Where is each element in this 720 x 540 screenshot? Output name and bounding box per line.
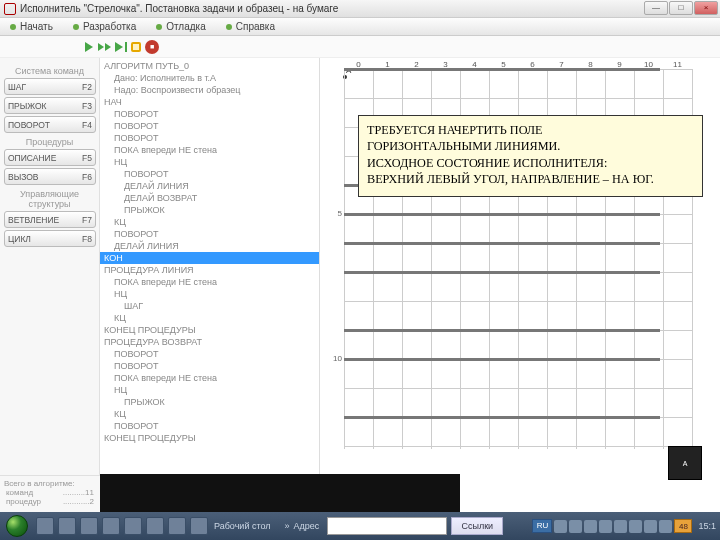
- code-line[interactable]: ДЕЛАЙ ЛИНИЯ: [100, 180, 319, 192]
- task-note: ТРЕБУЕТСЯ НАЧЕРТИТЬ ПОЛЕ ГОРИЗОНТАЛЬНЫМИ…: [358, 115, 703, 197]
- code-line[interactable]: ПРЫЖОК: [100, 204, 319, 216]
- code-line[interactable]: КОНЕЦ ПРОЦЕДУРЫ: [100, 324, 319, 336]
- code-line[interactable]: НЦ: [100, 288, 319, 300]
- step-icon[interactable]: [115, 42, 127, 52]
- code-line[interactable]: ПОВОРОТ: [100, 420, 319, 432]
- maximize-button[interactable]: □: [669, 1, 693, 15]
- code-line[interactable]: НЦ: [100, 384, 319, 396]
- taskbar-app-icon[interactable]: [102, 517, 120, 535]
- play-icon[interactable]: [85, 42, 93, 52]
- code-line[interactable]: ПРОЦЕДУРА ВОЗВРАТ: [100, 336, 319, 348]
- code-line[interactable]: ПОВОРОТ: [100, 228, 319, 240]
- code-line[interactable]: ПОКА впереди НЕ стена: [100, 144, 319, 156]
- command-panel: Система команд ШАГF2 ПРЫЖОКF3 ПОВОРОТF4 …: [0, 58, 100, 488]
- close-button[interactable]: ×: [694, 1, 718, 15]
- tray-icon[interactable]: [584, 520, 597, 533]
- code-line[interactable]: АЛГОРИТМ ПУТЬ_0: [100, 60, 319, 72]
- code-line[interactable]: ДЕЛАЙ ЛИНИЯ: [100, 240, 319, 252]
- btn-opisanie[interactable]: ОПИСАНИЕF5: [4, 149, 96, 166]
- code-line[interactable]: ПОКА впереди НЕ стена: [100, 372, 319, 384]
- section-procedures: Процедуры: [4, 137, 95, 147]
- code-line[interactable]: ПОКА впереди НЕ стена: [100, 276, 319, 288]
- code-editor[interactable]: АЛГОРИТМ ПУТЬ_0Дано: Исполнитель в т.АНа…: [100, 58, 320, 488]
- lang-indicator[interactable]: RU: [532, 519, 552, 533]
- taskbar: Рабочий стол » Адрес Ссылки RU 48 15:1: [0, 512, 720, 540]
- btn-cikl[interactable]: ЦИКЛF8: [4, 230, 96, 247]
- row-label: 5: [328, 209, 342, 218]
- menu-help[interactable]: Справка: [226, 21, 275, 32]
- tray-icon[interactable]: [644, 520, 657, 533]
- code-line[interactable]: Дано: Исполнитель в т.А: [100, 72, 319, 84]
- btn-vyzov[interactable]: ВЫЗОВF6: [4, 168, 96, 185]
- address-label: Адрес: [294, 521, 320, 531]
- tray-icon[interactable]: [629, 520, 642, 533]
- tray-counter[interactable]: 48: [674, 519, 692, 533]
- taskbar-desktop-label[interactable]: Рабочий стол: [214, 521, 271, 531]
- code-line[interactable]: КЦ: [100, 216, 319, 228]
- section-system: Система команд: [4, 66, 95, 76]
- btn-vetvlenie[interactable]: ВЕТВЛЕНИЕF7: [4, 211, 96, 228]
- code-line[interactable]: Надо: Воспроизвести образец: [100, 84, 319, 96]
- btn-povorot[interactable]: ПОВОРОТF4: [4, 116, 96, 133]
- algorithm-stats: Всего в алгоритме: команд..........11 пр…: [0, 475, 100, 512]
- code-line[interactable]: НАЧ: [100, 96, 319, 108]
- code-line[interactable]: НЦ: [100, 156, 319, 168]
- col-label: 11: [663, 60, 692, 69]
- taskbar-app-icon[interactable]: [168, 517, 186, 535]
- code-line[interactable]: ПОВОРОТ: [100, 360, 319, 372]
- taskbar-app-icon[interactable]: [58, 517, 76, 535]
- menu-start[interactable]: Начать: [10, 21, 53, 32]
- app-icon: [4, 3, 16, 15]
- taskbar-app-icon[interactable]: [36, 517, 54, 535]
- row-label: 10: [328, 354, 342, 363]
- code-line[interactable]: ПОВОРОТ: [100, 108, 319, 120]
- code-line[interactable]: ПОВОРОТ: [100, 168, 319, 180]
- toolbar: ■: [0, 36, 720, 58]
- tray-icon[interactable]: [659, 520, 672, 533]
- presenter-band: [100, 474, 460, 512]
- code-line[interactable]: ДЕЛАЙ ВОЗВРАТ: [100, 192, 319, 204]
- links-button[interactable]: Ссылки: [451, 517, 503, 535]
- window-title: Исполнитель "Стрелочка". Постановка зада…: [20, 3, 338, 14]
- titlebar: Исполнитель "Стрелочка". Постановка зада…: [0, 0, 720, 18]
- tray-icon[interactable]: [554, 520, 567, 533]
- code-line[interactable]: КОН: [100, 252, 319, 264]
- start-orb[interactable]: [0, 512, 34, 540]
- code-line[interactable]: КЦ: [100, 312, 319, 324]
- code-line[interactable]: ПРОЦЕДУРА ЛИНИЯ: [100, 264, 319, 276]
- fastforward-icon[interactable]: [98, 43, 111, 51]
- btn-prizhok[interactable]: ПРЫЖОКF3: [4, 97, 96, 114]
- taskbar-app-icon[interactable]: [146, 517, 164, 535]
- minimize-button[interactable]: —: [644, 1, 668, 15]
- menubar: Начать Разработка Отладка Справка: [0, 18, 720, 36]
- code-line[interactable]: ШАГ: [100, 300, 319, 312]
- code-line[interactable]: КЦ: [100, 408, 319, 420]
- taskbar-app-icon[interactable]: [80, 517, 98, 535]
- tray-icon[interactable]: [599, 520, 612, 533]
- code-line[interactable]: ПОВОРОТ: [100, 132, 319, 144]
- code-line[interactable]: ПРЫЖОК: [100, 396, 319, 408]
- section-structures: Управляющие структуры: [4, 189, 95, 209]
- menu-debug[interactable]: Отладка: [156, 21, 206, 32]
- pause-icon[interactable]: [131, 42, 141, 52]
- taskbar-app-icon[interactable]: [190, 517, 208, 535]
- code-line[interactable]: ПОВОРОТ: [100, 120, 319, 132]
- code-line[interactable]: КОНЕЦ ПРОЦЕДУРЫ: [100, 432, 319, 444]
- stop-icon[interactable]: ■: [145, 40, 159, 54]
- menu-dev[interactable]: Разработка: [73, 21, 136, 32]
- tray-icon[interactable]: [569, 520, 582, 533]
- system-tray: 48 15:1: [554, 519, 720, 533]
- code-line[interactable]: ПОВОРОТ: [100, 348, 319, 360]
- taskbar-app-icon[interactable]: [124, 517, 142, 535]
- btn-shag[interactable]: ШАГF2: [4, 78, 96, 95]
- address-input[interactable]: [327, 517, 447, 535]
- clock: 15:1: [698, 521, 716, 531]
- tray-icon[interactable]: [614, 520, 627, 533]
- print-preview-icon[interactable]: А: [668, 446, 702, 480]
